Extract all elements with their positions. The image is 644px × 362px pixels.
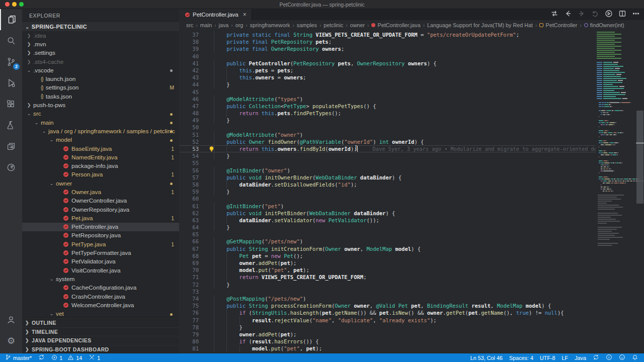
- code-line-51[interactable]: 51@ModelAttribute("owner"): [179, 131, 644, 138]
- code-line-74[interactable]: 74@PostMapping("/pets/new"): [179, 295, 644, 302]
- breadcrumb-item[interactable]: owner: [350, 22, 365, 28]
- activity-item-settings[interactable]: ⚙: [0, 330, 22, 351]
- code-line-72[interactable]: 72}: [179, 281, 644, 288]
- breadcrumb-item[interactable]: petclinic: [324, 22, 343, 28]
- tree-item-petrepository.java[interactable]: PetRepository.java: [22, 231, 179, 240]
- tree-item-pettypeformatter.java[interactable]: PetTypeFormatter.java: [22, 248, 179, 257]
- code-line-54[interactable]: 54}: [179, 152, 644, 159]
- code-line-48[interactable]: 48return this.pets.findPetTypes();: [179, 110, 644, 117]
- lightbulb-icon[interactable]: [208, 146, 215, 152]
- code-line-79[interactable]: 79owner.addPet(pet);: [179, 331, 644, 338]
- code-line-56[interactable]: 56@InitBinder("owner"): [179, 167, 644, 174]
- breadcrumb-item[interactable]: Language Support for Java(TM) by Red Hat: [427, 22, 533, 28]
- tree-item-namedentity.java[interactable]: NamedEntity.java1: [22, 153, 179, 161]
- activity-item-explorer[interactable]: [0, 9, 22, 30]
- tree-item-ownerrepository.java[interactable]: OwnerRepository.java: [22, 205, 179, 214]
- code-line-52[interactable]: 52public Owner findOwner(@PathVariable("…: [179, 138, 644, 145]
- panel-outline[interactable]: ❯OUTLINE: [22, 318, 179, 327]
- tree-item-cacheconfiguration.java[interactable]: CacheConfiguration.java: [22, 284, 179, 292]
- sync-status[interactable]: [38, 354, 45, 361]
- minimap[interactable]: [596, 31, 632, 353]
- tree-item-petvalidator.java[interactable]: PetValidator.java: [22, 257, 179, 266]
- tree-item-welcomecontroller.java[interactable]: WelcomeController.java: [22, 301, 179, 309]
- tree-item-settings.json[interactable]: {}settings.jsonM: [22, 83, 179, 92]
- tree-item-person.java[interactable]: Person.java1: [22, 170, 179, 179]
- tree-item-crashcontroller.java[interactable]: CrashController.java: [22, 292, 179, 301]
- breadcrumb-item[interactable]: src: [186, 22, 193, 28]
- tree-item-model[interactable]: ⌄model: [22, 136, 179, 144]
- tree-item-owner[interactable]: ⌄owner: [22, 179, 179, 188]
- code-line-49[interactable]: 49}: [179, 117, 644, 124]
- code-line-40[interactable]: 40: [179, 53, 644, 60]
- breadcrumb-item[interactable]: PetController: [539, 22, 577, 28]
- scrollbar-thumb[interactable]: [636, 111, 643, 204]
- activity-item-live-share[interactable]: [0, 157, 22, 178]
- activity-item-deploy[interactable]: [0, 136, 22, 157]
- language-status[interactable]: [593, 354, 599, 361]
- code-line-70[interactable]: 70model.put("pet", pet);: [179, 266, 644, 274]
- activity-item-run-debug[interactable]: [0, 72, 22, 94]
- code-line-37[interactable]: 37private static final String VIEWS_PETS…: [179, 31, 644, 38]
- code-line-65[interactable]: 65: [179, 231, 644, 238]
- breadcrumb-item[interactable]: java: [219, 22, 229, 28]
- code-line-44[interactable]: 44}: [179, 81, 644, 88]
- code-line-41[interactable]: 41public PetController(PetRepository pet…: [179, 60, 644, 67]
- tree-item-pet.java[interactable]: Pet.java1: [22, 214, 179, 222]
- breadcrumb-item[interactable]: springframework: [250, 22, 290, 28]
- code-line-60[interactable]: 60: [179, 195, 644, 202]
- tree-item-src[interactable]: ⌄src: [22, 110, 179, 118]
- code-line-47[interactable]: 47public Collection<PetType> populatePet…: [179, 103, 644, 110]
- tree-item-tasks.json[interactable]: {}tasks.json: [22, 92, 179, 101]
- close-tab-icon[interactable]: ×: [243, 11, 247, 18]
- panel-timeline[interactable]: ❯TIMELINE: [22, 327, 179, 336]
- activity-item-account[interactable]: [0, 309, 22, 330]
- go-back-icon[interactable]: [564, 10, 572, 20]
- code-line-68[interactable]: 68Pet pet = new Pet();: [179, 252, 644, 259]
- code-line-46[interactable]: 46@ModelAttribute("types"): [179, 96, 644, 103]
- code-line-66[interactable]: 66@GetMapping("/pets/new"): [179, 238, 644, 245]
- tree-item-visitcontroller.java[interactable]: VisitController.java: [22, 266, 179, 275]
- breadcrumb-item[interactable]: org: [235, 22, 244, 28]
- run-file-icon[interactable]: [605, 10, 613, 20]
- breadcrumb-item[interactable]: main: [200, 22, 212, 28]
- java-status[interactable]: [606, 354, 612, 361]
- code-line-45[interactable]: 45: [179, 88, 644, 96]
- tree-item-.idea[interactable]: ❯.idea: [22, 31, 179, 40]
- tree-item-launch.json[interactable]: {}launch.json: [22, 74, 179, 83]
- indentation[interactable]: Spaces: 4: [509, 355, 533, 361]
- tree-item-ownercontroller.java[interactable]: OwnerController.java: [22, 197, 179, 205]
- activity-item-source-control[interactable]: 2: [0, 51, 22, 72]
- split-editor-icon[interactable]: [618, 10, 626, 20]
- code-line-80[interactable]: 80if (result.hasErrors()) {: [179, 338, 644, 345]
- activity-item-testing[interactable]: [0, 115, 22, 136]
- tree-item-owner.java[interactable]: Owner.java1: [22, 188, 179, 196]
- code-line-75[interactable]: 75public String processCreationForm(Owne…: [179, 302, 644, 309]
- tree-item-system[interactable]: ⌄system: [22, 275, 179, 283]
- code-line-76[interactable]: 76if (StringUtils.hasLength(pet.getName(…: [179, 309, 644, 316]
- notifications[interactable]: [632, 354, 638, 361]
- tree-item-.mvn[interactable]: ❯.mvn: [22, 40, 179, 48]
- breadcrumb-item[interactable]: findOwner(int): [584, 22, 624, 28]
- breadcrumb-item[interactable]: PetController.java: [371, 22, 420, 28]
- problems-indicator[interactable]: 114: [51, 354, 82, 361]
- tab-petcontroller[interactable]: PetController.java ×: [179, 9, 252, 20]
- code-line-78[interactable]: 78}: [179, 324, 644, 331]
- code-line-38[interactable]: 38private final PetRepository pets;: [179, 38, 644, 45]
- code-line-42[interactable]: 42this.pets = pets;: [179, 67, 644, 74]
- code-line-57[interactable]: 57public void initOwnerBinder(WebDataBin…: [179, 174, 644, 181]
- tree-item-petcontroller.java[interactable]: PetController.java: [22, 223, 179, 231]
- code-line-50[interactable]: 50: [179, 124, 644, 131]
- code-line-55[interactable]: 55: [179, 159, 644, 166]
- code-line-39[interactable]: 39private final OwnerRepository owners;: [179, 45, 644, 52]
- code-line-73[interactable]: 73: [179, 288, 644, 295]
- code-line-69[interactable]: 69owner.addPet(pet);: [179, 259, 644, 266]
- breadcrumb-item[interactable]: samples: [297, 22, 317, 28]
- code-line-53[interactable]: 53return this.owners.findById(ownerId);D…: [179, 145, 596, 152]
- activity-item-search[interactable]: [0, 30, 22, 51]
- eol[interactable]: LF: [562, 355, 569, 361]
- tree-item-.vscode[interactable]: ⌄.vscode: [22, 66, 179, 74]
- code-line-81[interactable]: 81model.put("pet", pet);: [179, 345, 644, 352]
- panel-java-dependencies[interactable]: ❯JAVA DEPENDENCIES: [22, 336, 179, 345]
- language-mode[interactable]: Java: [575, 355, 586, 361]
- feedback[interactable]: [619, 354, 625, 361]
